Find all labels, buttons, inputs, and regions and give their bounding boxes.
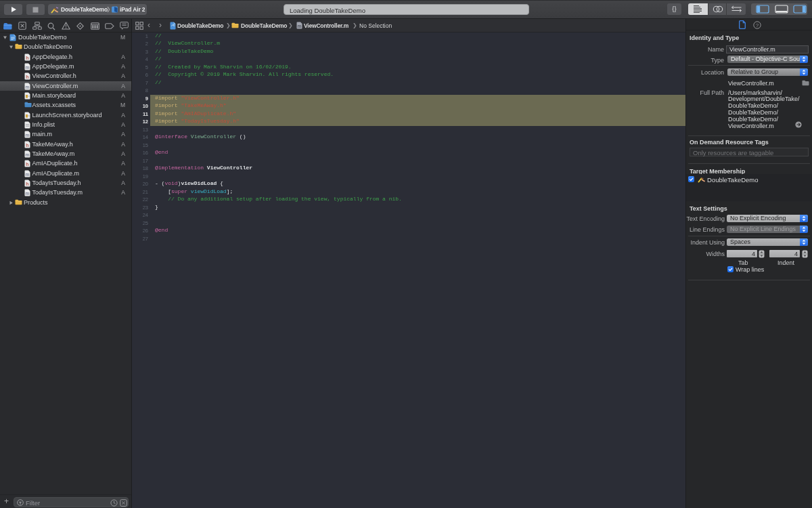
svg-text:m: m xyxy=(26,191,30,196)
svg-text:h: h xyxy=(26,142,28,147)
svg-text:h: h xyxy=(26,162,28,167)
svg-text:m: m xyxy=(298,24,302,28)
svg-text:m: m xyxy=(26,171,30,176)
svg-text:h: h xyxy=(26,55,28,60)
svg-text:m: m xyxy=(26,84,30,89)
svg-text:h: h xyxy=(26,181,28,186)
svg-text:?: ? xyxy=(756,22,759,28)
svg-text:m: m xyxy=(26,152,30,156)
svg-text:h: h xyxy=(26,75,28,79)
svg-text:m: m xyxy=(26,64,30,69)
svg-text:m: m xyxy=(26,133,30,137)
